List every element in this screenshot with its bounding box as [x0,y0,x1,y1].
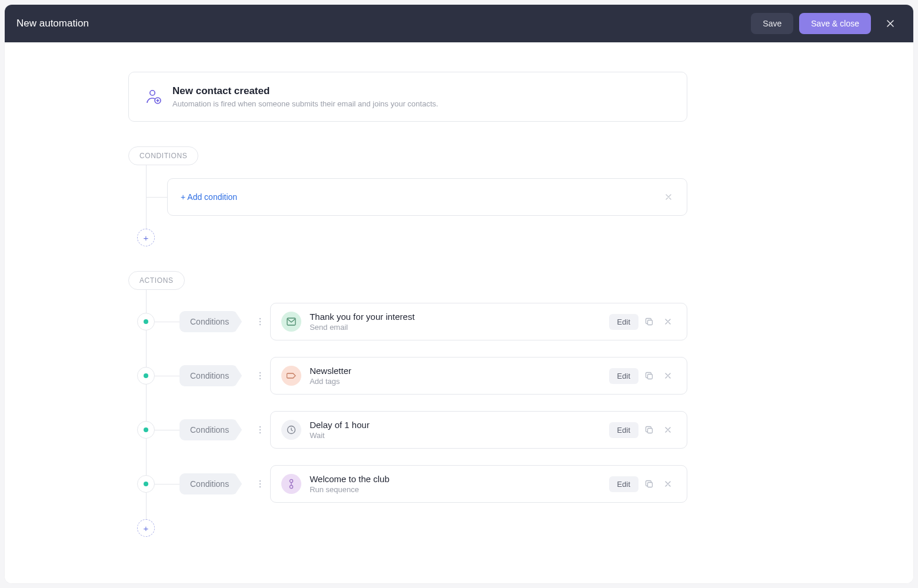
status-indicator [137,475,155,493]
canvas: New contact created Automation is fired … [5,42,913,583]
action-card[interactable]: Delay of 1 hour Wait Edit [270,411,687,449]
action-subtitle: Add tags [310,377,608,386]
svg-rect-5 [287,318,295,325]
contact-created-icon [144,88,163,106]
tag-icon [281,366,301,386]
conditions-chip-label: Conditions [190,479,229,489]
conditions-section: CONDITIONS + Add condition + [128,146,687,246]
svg-point-9 [260,378,261,380]
action-card[interactable]: Thank you for your interest Send email E… [270,303,687,340]
action-subtitle: Send email [310,323,608,332]
action-title: Thank you for your interest [310,312,608,322]
action-title: Newsletter [310,366,608,376]
save-button[interactable]: Save [751,13,793,34]
status-indicator [137,367,155,385]
close-icon[interactable] [663,192,674,202]
duplicate-icon[interactable] [641,476,657,492]
svg-point-8 [260,375,261,377]
svg-rect-21 [647,482,652,487]
close-icon[interactable] [879,12,902,35]
svg-point-2 [260,318,261,320]
svg-rect-10 [647,374,652,379]
action-row: Conditions Welcome to the club Run seque… [146,465,687,503]
svg-rect-6 [647,320,652,325]
automation-editor: New automation Save Save & close N [5,5,913,583]
drag-handle-icon[interactable] [256,317,264,326]
edit-button[interactable]: Edit [609,422,638,438]
duplicate-icon[interactable] [641,368,657,384]
delete-icon[interactable] [660,476,676,492]
svg-point-3 [260,321,261,323]
condition-card: + Add condition [167,178,687,216]
page-title: New automation [16,18,751,29]
conditions-chip-label: Conditions [190,425,229,435]
conditions-chip-label: Conditions [190,371,229,380]
edit-button[interactable]: Edit [609,314,638,330]
save-and-close-button[interactable]: Save & close [799,13,871,34]
trigger-title: New contact created [172,85,438,97]
svg-point-4 [260,324,261,326]
svg-point-18 [260,486,261,488]
action-row: Conditions Thank you for your interest S… [146,303,687,340]
duplicate-icon[interactable] [641,313,657,330]
action-subtitle: Run sequence [310,485,608,494]
actions-section: ACTIONS Conditions Thank you for your in… [128,271,687,537]
edit-button[interactable]: Edit [609,368,638,384]
action-card[interactable]: Newsletter Add tags Edit [270,357,687,395]
status-indicator [137,313,155,330]
conditions-chip[interactable]: Conditions [179,365,242,386]
drag-handle-icon[interactable] [256,479,264,489]
svg-point-13 [260,432,261,434]
action-title: Welcome to the club [310,474,608,484]
conditions-chip-label: Conditions [190,317,229,326]
email-icon [281,312,301,332]
svg-point-7 [260,372,261,374]
svg-point-0 [150,90,155,95]
header-bar: New automation Save Save & close [5,5,913,42]
drag-handle-icon[interactable] [256,371,264,380]
svg-point-17 [260,483,261,485]
svg-point-16 [260,480,261,482]
action-subtitle: Wait [310,431,608,440]
trigger-subtitle: Automation is fired when someone submits… [172,99,438,108]
svg-point-11 [260,426,261,428]
action-row: Conditions Newsletter Add tags Edit [146,357,687,395]
action-row: Conditions Delay of 1 hour Wait Edit [146,411,687,449]
svg-point-20 [290,485,293,488]
clock-icon [281,420,301,440]
edit-button[interactable]: Edit [609,476,638,492]
add-condition-node[interactable]: + [137,229,155,246]
duplicate-icon[interactable] [641,422,657,438]
conditions-section-label: CONDITIONS [128,146,198,165]
action-title: Delay of 1 hour [310,420,608,430]
delete-icon[interactable] [660,422,676,438]
sequence-icon [281,474,301,494]
delete-icon[interactable] [660,313,676,330]
add-action-node[interactable]: + [137,519,155,537]
svg-point-12 [260,429,261,431]
trigger-card[interactable]: New contact created Automation is fired … [128,72,687,122]
actions-section-label: ACTIONS [128,271,185,290]
svg-point-19 [290,479,293,482]
status-indicator [137,421,155,439]
conditions-chip[interactable]: Conditions [179,419,242,440]
delete-icon[interactable] [660,368,676,384]
conditions-chip[interactable]: Conditions [179,473,242,495]
drag-handle-icon[interactable] [256,425,264,435]
svg-rect-15 [647,428,652,433]
add-condition-link[interactable]: + Add condition [181,192,663,202]
conditions-chip[interactable]: Conditions [179,311,242,332]
action-card[interactable]: Welcome to the club Run sequence Edit [270,465,687,503]
